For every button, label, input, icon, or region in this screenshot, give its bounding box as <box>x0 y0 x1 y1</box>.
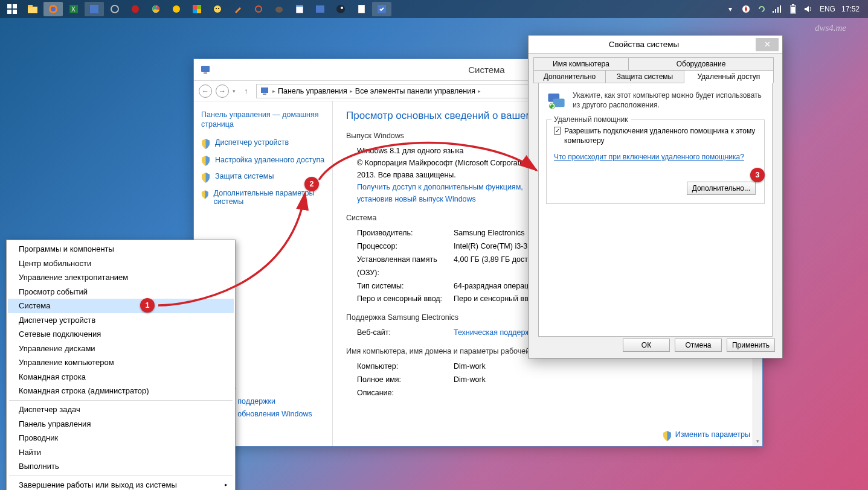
ram-label: Установленная память (ОЗУ): <box>357 253 454 280</box>
menu-shutdown[interactable]: Завершение работы или выход из системы▸ <box>8 478 234 490</box>
cancel-button[interactable]: Отмена <box>675 339 722 352</box>
up-button[interactable]: ↑ <box>239 84 252 98</box>
svg-rect-39 <box>791 7 795 13</box>
steam-icon[interactable] <box>331 2 350 16</box>
advanced-system-link[interactable]: Дополнительные параметры системы <box>214 189 325 206</box>
menu-cmd-admin[interactable]: Командная строка (администратор) <box>8 384 234 398</box>
notepad-icon[interactable] <box>290 2 309 16</box>
system-tray: ▾ ENG 17:52 <box>725 4 866 14</box>
app-icon-7[interactable] <box>310 2 330 16</box>
manufacturer-label: Производитель: <box>357 227 454 240</box>
menu-power[interactable]: Управление электропитанием <box>8 270 234 285</box>
back-button[interactable]: ← <box>199 84 212 98</box>
menu-separator <box>9 476 233 476</box>
tab-hardware[interactable]: Оборудование <box>629 57 774 71</box>
app-icon-2[interactable] <box>105 2 124 16</box>
computer-value: Dim-work <box>454 360 486 374</box>
app-icon-4[interactable] <box>187 2 207 16</box>
menu-mobility[interactable]: Центр мобильности <box>8 256 234 271</box>
tab-protection[interactable]: Защита системы <box>606 70 684 83</box>
tray-app-icon[interactable] <box>741 4 751 14</box>
website-label: Веб-сайт: <box>357 326 454 340</box>
menu-cmd[interactable]: Командная строка <box>8 370 234 384</box>
app-icon-8[interactable] <box>372 2 391 16</box>
start-button[interactable] <box>2 2 22 16</box>
system-type-value: 64-разрядная операци <box>454 280 533 293</box>
menu-run[interactable]: Выполнить <box>8 459 234 474</box>
svg-rect-33 <box>773 11 774 13</box>
chrome-icon[interactable] <box>146 2 166 16</box>
pen-touch-value: Перо и сенсорный вво <box>454 293 533 306</box>
menu-control-panel[interactable]: Панель управления <box>8 417 234 431</box>
processor-label: Процессор: <box>357 240 454 253</box>
document-icon[interactable] <box>352 2 371 16</box>
tab-remote[interactable]: Удаленный доступ <box>684 70 774 83</box>
pencil-icon[interactable] <box>228 2 248 16</box>
opera-icon[interactable] <box>126 2 145 16</box>
volume-icon[interactable] <box>804 4 814 14</box>
menu-system[interactable]: Система <box>8 299 234 313</box>
clock[interactable]: 17:52 <box>841 5 860 13</box>
svg-rect-5 <box>28 5 33 7</box>
language-indicator[interactable]: ENG <box>820 5 835 13</box>
svg-rect-27 <box>316 5 324 13</box>
crumb-all-items[interactable]: Все элементы панели управления <box>355 87 475 95</box>
firefox-icon[interactable] <box>43 2 63 16</box>
menu-events[interactable]: Просмотр событий <box>8 285 234 299</box>
callout-2: 2 <box>304 177 319 191</box>
svg-point-28 <box>336 5 345 13</box>
ok-button[interactable]: ОК <box>623 339 670 352</box>
change-settings-link[interactable]: Изменить параметры <box>663 430 750 441</box>
tab-advanced[interactable]: Дополнительно <box>533 70 606 83</box>
close-button[interactable]: ✕ <box>756 38 779 51</box>
app-icon-5[interactable] <box>208 2 227 16</box>
control-panel-home-link[interactable]: Панель управления — домашняя страница <box>201 110 325 130</box>
menu-search[interactable]: Найти <box>8 445 234 460</box>
forward-button[interactable]: → <box>216 84 229 98</box>
svg-text:X: X <box>71 6 76 13</box>
explorer-icon[interactable] <box>23 2 42 16</box>
device-manager-link[interactable]: Диспетчер устройств <box>215 138 289 147</box>
remote-assistance-help-link[interactable]: Что происходит при включении удаленного … <box>554 153 744 161</box>
svg-rect-34 <box>775 9 776 13</box>
menu-disks[interactable]: Управление дисками <box>8 342 234 356</box>
svg-rect-10 <box>90 5 98 13</box>
chevron-right-icon: ▸ <box>272 88 275 94</box>
menu-explorer[interactable]: Проводник <box>8 431 234 445</box>
tab-computer-name[interactable]: Имя компьютера <box>533 57 629 71</box>
gimp-icon[interactable] <box>269 2 289 16</box>
crumb-control-panel[interactable]: Панель управления <box>278 87 347 95</box>
app-icon-3[interactable] <box>167 2 186 16</box>
excel-icon[interactable]: X <box>64 2 83 16</box>
processor-value: Intel(R) Core(TM) i3-312 <box>454 240 536 253</box>
menu-devices[interactable]: Диспетчер устройств <box>8 313 234 328</box>
tray-chevron-icon[interactable]: ▾ <box>725 4 735 14</box>
battery-icon[interactable] <box>788 4 798 14</box>
system-protection-link[interactable]: Защита системы <box>215 172 274 180</box>
app-icon-6[interactable] <box>249 2 268 16</box>
apply-button[interactable]: Применить <box>727 339 775 352</box>
remote-settings-link[interactable]: Настройка удаленного доступа <box>215 155 324 165</box>
manufacturer-value: Samsung Electronics <box>454 227 524 240</box>
svg-point-22 <box>218 8 219 9</box>
allow-remote-assistance-label: Разрешить подключения удаленного помощни… <box>564 126 757 145</box>
chevron-right-icon: ▸ <box>225 481 228 488</box>
svg-point-12 <box>132 5 139 13</box>
menu-taskmgr[interactable]: Диспетчер задач <box>8 402 234 417</box>
get-more-features-link[interactable]: Получить доступ к дополнительным функция… <box>357 181 538 205</box>
network-icon[interactable] <box>773 4 782 14</box>
history-chevron-icon[interactable]: ▾ <box>233 88 236 94</box>
allow-remote-assistance-checkbox[interactable]: ✓ <box>554 127 561 135</box>
menu-computer-mgmt[interactable]: Управление компьютером <box>8 355 234 370</box>
tray-sync-icon[interactable] <box>757 4 767 14</box>
svg-point-7 <box>51 7 56 11</box>
svg-point-11 <box>111 5 118 13</box>
support-link[interactable]: Техническая поддержк <box>454 326 533 340</box>
app-icon-1[interactable] <box>85 2 104 16</box>
menu-programs[interactable]: Программы и компоненты <box>8 242 234 256</box>
dialog-titlebar[interactable]: Свойства системы ✕ <box>529 36 782 54</box>
copyright-text: © Корпорация Майкрософт (Microsoft Corpo… <box>357 157 538 181</box>
menu-network[interactable]: Сетевые подключения <box>8 327 234 342</box>
svg-point-20 <box>214 5 221 13</box>
advanced-button[interactable]: Дополнительно... <box>687 182 756 195</box>
